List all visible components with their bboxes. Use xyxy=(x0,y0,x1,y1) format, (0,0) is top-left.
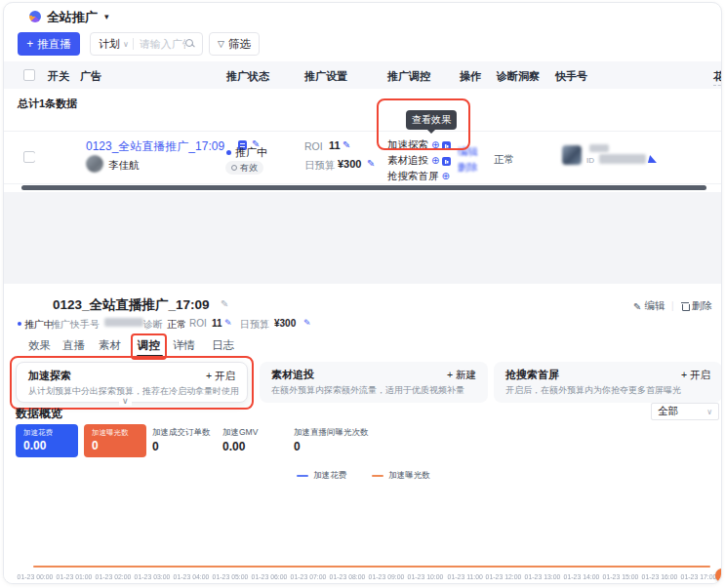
budget-edit-icon[interactable]: ✎ xyxy=(367,158,375,169)
detail-status: 推广中 xyxy=(24,318,54,332)
detail-account-redacted xyxy=(104,318,143,327)
card-search-desc: 开启后，在额外预算内为你抢夺更多首屏曝光 xyxy=(505,384,681,397)
legend-item-impressions[interactable]: 加速曝光数 xyxy=(372,470,430,482)
x-tick: 01-23 17:00 xyxy=(681,572,717,580)
detail-status-dot-icon xyxy=(18,322,21,326)
col-status: 推广状态 xyxy=(226,69,269,84)
status-badge: 有效 xyxy=(225,161,263,175)
card-material-new-button[interactable]: + 新建 xyxy=(447,369,476,382)
col-ad: 广告 xyxy=(80,69,101,84)
plus-circle-icon[interactable]: ⊕ xyxy=(431,156,439,166)
annotation-box-card xyxy=(10,356,254,410)
control-search-label: 抢搜索首屏 xyxy=(387,170,439,183)
toggle-knob xyxy=(8,302,18,312)
page-title: 全站推广 xyxy=(47,9,98,26)
app-window: 全站推广 ▾ + 推直播 计划 ∨ 请输入广告名称/... ▽ 筛选 开关 广告… xyxy=(3,2,722,584)
filter-button[interactable]: ▽ 筛选 xyxy=(209,32,260,56)
push-live-label: 推直播 xyxy=(37,37,71,52)
legend-dash-blue-icon xyxy=(297,475,308,477)
tab-material[interactable]: 素材 xyxy=(99,338,121,353)
chart-icon[interactable] xyxy=(442,157,451,166)
detail-budget-label: 日预算 xyxy=(240,318,269,332)
table-summary: 总计1条数据 xyxy=(18,97,77,111)
action-divider: | xyxy=(671,300,674,311)
budget-value: ¥300 xyxy=(338,158,361,170)
detail-budget-edit-icon[interactable]: ✎ xyxy=(303,318,311,328)
tab-effect[interactable]: 效果 xyxy=(28,338,51,353)
overview-filter-value: 全部 xyxy=(658,405,678,418)
roi-value: 11 xyxy=(329,139,341,151)
row-delete-link[interactable]: 删除 xyxy=(458,161,478,175)
push-live-button[interactable]: + 推直播 xyxy=(18,32,80,56)
metric-orders-label[interactable]: 加速成交订单数 xyxy=(152,427,211,439)
search-input[interactable]: 请输入广告名称/... xyxy=(134,37,185,52)
col-cost: 花费 xyxy=(713,69,722,86)
select-all-checkbox[interactable] xyxy=(23,69,35,81)
account-id-redacted xyxy=(599,154,646,164)
tab-live[interactable]: 直播 xyxy=(62,338,85,353)
metric-impressions-label: 加速曝光数 xyxy=(92,428,129,438)
horizontal-scrollbar[interactable] xyxy=(21,185,706,190)
detail-title-edit-icon[interactable]: ✎ xyxy=(221,298,228,309)
overview-filter-select[interactable]: 全部 ∨ xyxy=(651,403,719,420)
control-search[interactable]: 抢搜索首屏 ⊕ xyxy=(387,170,450,183)
tab-log[interactable]: 日志 xyxy=(212,338,234,353)
owner-name: 李佳航 xyxy=(108,159,140,173)
toggle-check-icon: ✓ xyxy=(52,150,59,159)
metric-cost-value: 0.00 xyxy=(23,439,46,452)
chart-flat-line xyxy=(33,566,710,568)
search-icon[interactable] xyxy=(185,39,196,50)
badge-dot-icon xyxy=(231,165,237,171)
ad-name-link[interactable]: 0123_全站直播推广_17:09 xyxy=(86,138,224,155)
col-actions: 操作 xyxy=(460,69,481,84)
card-search[interactable]: 抢搜索首屏 + 开启 开启后，在额外预算内为你抢夺更多首屏曝光 xyxy=(494,362,722,403)
plus-icon: + xyxy=(26,37,33,51)
x-tick: 01-23 01:00 xyxy=(57,572,93,580)
screen: 全站推广 ▾ + 推直播 计划 ∨ 请输入广告名称/... ▽ 筛选 开关 广告… xyxy=(0,0,725,588)
account-name-redacted xyxy=(589,144,609,152)
account-flag-icon xyxy=(648,155,659,163)
title-caret-down-icon[interactable]: ▾ xyxy=(104,12,109,21)
detail-delete-button[interactable]: 删除 xyxy=(681,299,712,313)
tab-detail[interactable]: 详情 xyxy=(173,338,195,353)
metric-gmv-label[interactable]: 加速GMV xyxy=(222,427,258,439)
x-tick: 01-23 10:00 xyxy=(408,572,444,580)
control-material[interactable]: 素材追投 ⊕ xyxy=(387,154,451,168)
metric-impressions-value: 0 xyxy=(92,439,99,452)
col-control: 推广调控 xyxy=(387,69,430,84)
detail-budget-value: ¥300 xyxy=(274,318,296,329)
plan-select[interactable]: 计划 xyxy=(91,37,123,52)
overview-title: 数据概览 xyxy=(16,406,62,422)
card-material[interactable]: 素材追投 + 新建 在额外预算内探索额外流量，适用于优质视频补量 xyxy=(260,362,488,403)
view-effect-tooltip: 查看效果 xyxy=(406,110,457,130)
x-tick: 01-23 16:00 xyxy=(642,572,678,580)
detail-edit-label: 编辑 xyxy=(644,299,665,313)
metric-card-cost[interactable]: 加速花费 0.00 xyxy=(16,424,78,457)
x-tick: 01-23 02:00 xyxy=(96,572,132,580)
floating-help-button[interactable] xyxy=(715,568,722,582)
toggle-knob xyxy=(33,151,45,163)
metric-live-exposure-label[interactable]: 加速直播间曝光次数 xyxy=(294,427,369,439)
detail-roi-edit-icon[interactable]: ✎ xyxy=(224,318,232,328)
chart-legend: 加速花费 加速曝光数 xyxy=(4,470,722,482)
legend-cost-label: 加速花费 xyxy=(313,470,346,482)
legend-item-cost[interactable]: 加速花费 xyxy=(297,470,346,482)
metric-cost-label: 加速花费 xyxy=(23,428,53,438)
detail-diag-value: 正常 xyxy=(167,318,186,332)
diagnosis-value: 正常 xyxy=(494,153,514,167)
col-account: 快手号 xyxy=(555,69,587,84)
detail-roi-label: ROI xyxy=(189,318,207,329)
detail-account-label: 推广快手号 xyxy=(51,318,100,332)
app-logo-icon xyxy=(29,11,41,22)
edit-icon: ✎ xyxy=(633,301,641,312)
roi-edit-icon[interactable]: ✎ xyxy=(342,139,350,150)
plus-circle-icon[interactable]: ⊕ xyxy=(442,172,450,181)
metric-gmv-value: 0.00 xyxy=(222,440,245,453)
x-tick: 01-23 07:00 xyxy=(291,572,327,580)
detail-edit-button[interactable]: ✎ 编辑 xyxy=(633,299,665,313)
select-caret-down-icon: ∨ xyxy=(706,408,712,416)
detail-roi-value: 11 xyxy=(212,318,222,329)
card-search-open-button[interactable]: + 开启 xyxy=(681,369,710,382)
x-tick: 01-23 13:00 xyxy=(525,572,561,580)
metric-card-impressions[interactable]: 加速曝光数 0 xyxy=(84,424,146,457)
